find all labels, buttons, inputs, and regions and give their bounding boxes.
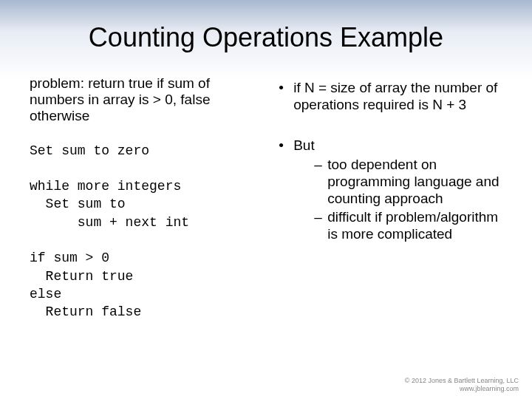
bullet-item: •But–too dependent on programming langua… bbox=[279, 137, 502, 245]
bullet-text: if N = size of array the number of opera… bbox=[293, 80, 502, 114]
footer-line-1: © 2012 Jones & Bartlett Learning, LLC bbox=[405, 377, 519, 385]
content-columns: problem: return true if sum of numbers i… bbox=[30, 75, 502, 321]
sub-bullet-item: –too dependent on programming language a… bbox=[314, 157, 502, 207]
bullet-list: •if N = size of array the number of oper… bbox=[279, 80, 502, 244]
sub-bullet-text: too dependent on programming language an… bbox=[327, 157, 502, 207]
bullet-text: But–too dependent on programming languag… bbox=[293, 137, 502, 245]
bullet-item: •if N = size of array the number of oper… bbox=[279, 80, 502, 114]
right-column: •if N = size of array the number of oper… bbox=[279, 75, 502, 321]
sub-bullet-mark: – bbox=[314, 209, 327, 243]
sub-bullet-item: –difficult if problem/algorithm is more … bbox=[314, 209, 502, 243]
sub-bullet-list: –too dependent on programming language a… bbox=[293, 157, 502, 242]
problem-statement: problem: return true if sum of numbers i… bbox=[30, 75, 256, 124]
code-block: Set sum to zero while more integers Set … bbox=[30, 142, 256, 321]
sub-bullet-mark: – bbox=[314, 157, 327, 207]
bullet-mark: • bbox=[279, 80, 293, 114]
footer-line-2: www.jblearning.com bbox=[405, 385, 519, 393]
bullet-mark: • bbox=[279, 137, 293, 245]
copyright-footer: © 2012 Jones & Bartlett Learning, LLC ww… bbox=[405, 377, 519, 393]
left-column: problem: return true if sum of numbers i… bbox=[30, 75, 256, 321]
slide-title: Counting Operations Example bbox=[30, 22, 502, 53]
sub-bullet-text: difficult if problem/algorithm is more c… bbox=[327, 209, 502, 243]
slide: Counting Operations Example problem: ret… bbox=[0, 0, 532, 399]
